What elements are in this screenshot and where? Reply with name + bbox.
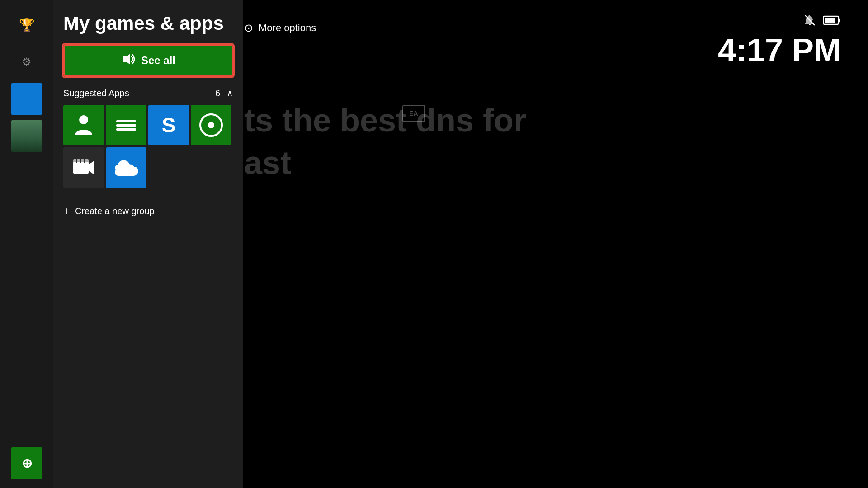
app-grid: S <box>63 105 233 188</box>
groove-inner-dot <box>208 122 214 128</box>
status-icons <box>803 14 841 30</box>
suggested-apps-count: 6 <box>215 88 220 99</box>
create-group-button[interactable]: + Create a new group <box>63 205 233 217</box>
sidebar-xbox-tile: ⊕ <box>11 447 42 479</box>
suggested-apps-title: Suggested Apps <box>63 88 129 99</box>
svg-rect-7 <box>73 162 89 174</box>
divider <box>63 197 233 197</box>
suggested-apps-controls[interactable]: 6 ∧ <box>215 88 233 99</box>
notification-muted-icon <box>803 14 816 30</box>
create-group-label: Create a new group <box>75 206 155 216</box>
settings-icon: ⚙ <box>11 46 42 78</box>
background-text: ts the best dns for ast <box>244 99 526 184</box>
app-tile-avatar[interactable] <box>63 105 104 145</box>
groove-icon <box>199 113 223 137</box>
app-tile-groove[interactable] <box>191 105 231 145</box>
clock-display: 4:17 PM <box>718 34 841 66</box>
main-panel: My games & apps See all Suggested Apps 6… <box>53 0 243 488</box>
svg-marker-5 <box>123 54 130 65</box>
svg-text:⊕: ⊕ <box>22 456 32 470</box>
svg-rect-4 <box>825 18 835 23</box>
more-options-bar[interactable]: ⊙ More options <box>244 22 316 34</box>
sidebar-landscape-tile <box>11 120 42 152</box>
ea-badge: EA <box>402 105 425 122</box>
svg-marker-8 <box>89 161 94 174</box>
chevron-up-icon[interactable]: ∧ <box>226 88 233 99</box>
plus-icon: + <box>63 205 70 217</box>
suggested-apps-header: Suggested Apps 6 ∧ <box>63 88 233 99</box>
sidebar-blue-tile <box>11 83 42 115</box>
skype-s-letter: S <box>162 113 176 137</box>
app-tile-skype[interactable]: S <box>148 105 189 145</box>
trophy-icon: 🏆 <box>11 9 42 41</box>
see-all-icon <box>121 53 136 69</box>
svg-point-6 <box>79 115 88 124</box>
top-right-area: 4:17 PM <box>718 14 841 66</box>
more-options-label: More options <box>259 22 316 34</box>
see-all-label: See all <box>141 54 175 67</box>
see-all-button[interactable]: See all <box>63 44 233 77</box>
battery-icon <box>823 14 841 30</box>
panel-title: My games & apps <box>63 13 233 34</box>
svg-rect-3 <box>839 19 840 22</box>
app-tile-movies[interactable] <box>106 105 146 145</box>
lines-icon <box>116 120 136 131</box>
more-options-icon: ⊙ <box>244 22 253 34</box>
left-sidebar: 🏆 ⚙ ⊕ <box>0 0 53 488</box>
app-tile-onedrive[interactable] <box>106 147 146 188</box>
app-tile-moviemaker[interactable] <box>63 147 104 188</box>
